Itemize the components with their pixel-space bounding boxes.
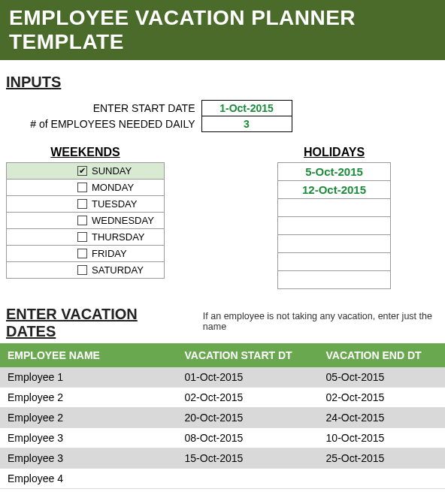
cell-name: Employee 2: [8, 391, 185, 403]
weekend-label: TUESDAY: [92, 198, 137, 210]
holiday-cell[interactable]: 5-Oct-2015: [278, 163, 391, 181]
cell-start: 01-Oct-2015: [185, 371, 326, 383]
cell-name: Employee 2: [8, 412, 185, 424]
weekend-row-saturday[interactable]: SATURDAY: [11, 264, 159, 276]
cell-name: Employee 4: [8, 472, 185, 484]
table-row[interactable]: Employee 3 15-Oct-2015 25-Oct-2015: [0, 448, 445, 469]
col-header-start: VACATION START DT: [185, 349, 326, 361]
weekend-label: MONDAY: [92, 182, 134, 193]
checkbox-icon: ✔: [77, 166, 87, 176]
table-row[interactable]: Employee 1 01-Oct-2015 05-Oct-2015: [0, 367, 445, 388]
checkbox-icon: [77, 249, 87, 258]
weekends-table: ✔SUNDAY MONDAY TUESDAY WEDNESDAY THURSDA…: [6, 162, 165, 279]
weekend-row-sunday[interactable]: ✔SUNDAY: [11, 165, 159, 177]
inputs-table: ENTER START DATE 1-Oct-2015 # of EMPLOYE…: [6, 100, 292, 132]
checkbox-icon: [77, 199, 87, 209]
employees-needed-label: # of EMPLOYEES NEEDED DAILY: [6, 116, 201, 132]
weekend-row-friday[interactable]: FRIDAY: [11, 248, 159, 259]
weekends-header: WEEKENDS: [6, 146, 165, 159]
cell-end: [326, 472, 437, 484]
cell-start: 02-Oct-2015: [185, 391, 326, 403]
start-date-input[interactable]: 1-Oct-2015: [201, 101, 292, 116]
cell-end: 25-Oct-2015: [326, 452, 437, 464]
weekend-row-tuesday[interactable]: TUESDAY: [11, 198, 159, 210]
checkbox-icon: [77, 183, 87, 192]
cell-start: 20-Oct-2015: [185, 412, 326, 424]
holiday-cell[interactable]: 12-Oct-2015: [278, 181, 391, 199]
cell-start: 15-Oct-2015: [185, 452, 326, 464]
weekend-row-wednesday[interactable]: WEDNESDAY: [11, 215, 159, 226]
table-row[interactable]: Employee 2 20-Oct-2015 24-Oct-2015: [0, 408, 445, 428]
weekend-label: SATURDAY: [92, 264, 144, 276]
holidays-table: 5-Oct-2015 12-Oct-2015: [277, 162, 391, 289]
cell-name: Employee 3: [8, 452, 185, 464]
cell-start: 08-Oct-2015: [185, 432, 326, 444]
cell-end: 10-Oct-2015: [326, 432, 437, 444]
holiday-cell[interactable]: [278, 217, 391, 235]
weekend-label: WEDNESDAY: [92, 215, 154, 226]
holiday-cell[interactable]: [278, 235, 391, 253]
col-header-end: VACATION END DT: [326, 349, 437, 361]
cell-start: [185, 472, 326, 484]
weekend-row-thursday[interactable]: THURSDAY: [11, 231, 159, 243]
weekends-section: WEEKENDS ✔SUNDAY MONDAY TUESDAY WEDNESDA…: [6, 146, 165, 289]
enter-dates-header: ENTER VACATION DATES: [6, 306, 182, 340]
weekend-label: FRIDAY: [92, 248, 127, 259]
table-row[interactable]: Employee 2 02-Oct-2015 02-Oct-2015: [0, 388, 445, 408]
table-row[interactable]: Employee 3 08-Oct-2015 10-Oct-2015: [0, 428, 445, 448]
weekend-label: SUNDAY: [92, 165, 132, 177]
cell-end: 02-Oct-2015: [326, 391, 437, 403]
start-date-label: ENTER START DATE: [6, 101, 201, 116]
cell-name: Employee 1: [8, 371, 185, 383]
employees-needed-input[interactable]: 3: [201, 116, 292, 132]
cell-end: 24-Oct-2015: [326, 412, 437, 424]
cell-end: 05-Oct-2015: [326, 371, 437, 383]
cell-name: Employee 3: [8, 432, 185, 444]
checkbox-icon: [77, 265, 87, 275]
weekend-label: THURSDAY: [92, 231, 145, 243]
holidays-section: HOLIDAYS 5-Oct-2015 12-Oct-2015: [277, 146, 391, 289]
col-header-name: EMPLOYEE NAME: [8, 349, 185, 361]
page-title: EMPLOYEE VACATION PLANNER TEMPLATE: [0, 0, 445, 60]
hint-text: If an employee is not taking any vacatio…: [203, 311, 445, 332]
inputs-header: INPUTS: [6, 74, 445, 91]
checkbox-icon: [77, 216, 87, 225]
weekend-row-monday[interactable]: MONDAY: [11, 182, 159, 193]
table-row[interactable]: Employee 4: [0, 469, 445, 489]
holidays-header: HOLIDAYS: [277, 146, 391, 159]
holiday-cell[interactable]: [278, 199, 391, 217]
holiday-cell[interactable]: [278, 271, 391, 289]
holiday-cell[interactable]: [278, 253, 391, 271]
vacation-table-header: EMPLOYEE NAME VACATION START DT VACATION…: [0, 343, 445, 367]
checkbox-icon: [77, 232, 87, 242]
